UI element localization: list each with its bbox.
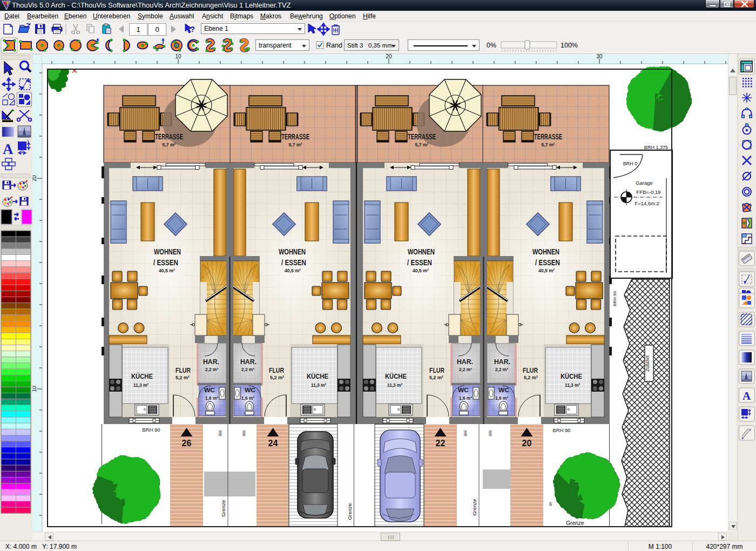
svg-text:2,2 m²: 2,2 m² [205, 367, 218, 372]
svg-text:KÜCHE: KÜCHE [307, 372, 328, 380]
svg-text:11,3 m²: 11,3 m² [387, 382, 402, 388]
svg-text:40,5 m²: 40,5 m² [159, 267, 175, 273]
svg-text:TERRASSE: TERRASSE [155, 132, 183, 141]
svg-text:WOHNEN: WOHNEN [154, 247, 181, 256]
svg-text:RR: RR [463, 431, 468, 436]
svg-text:/ ESSEN: / ESSEN [153, 258, 178, 267]
svg-text:1,6 m²: 1,6 m² [459, 395, 472, 401]
svg-text:BRH 90: BRH 90 [142, 427, 160, 433]
svg-text:FLUR: FLUR [176, 367, 191, 374]
svg-text:/ ESSEN: / ESSEN [281, 258, 306, 267]
svg-text:RR: RR [241, 431, 246, 436]
svg-text:10: 10 [32, 386, 37, 392]
svg-text:WC: WC [204, 387, 215, 393]
svg-text:WC: WC [498, 387, 509, 393]
svg-text:/ ESSEN: / ESSEN [535, 258, 560, 267]
svg-text:BRH 1,375: BRH 1,375 [644, 145, 668, 150]
svg-text:40,5 m²: 40,5 m² [538, 267, 555, 273]
svg-text:Grenze: Grenze [347, 503, 353, 520]
svg-text:5,7 m²: 5,7 m² [415, 142, 429, 147]
svg-text:5,7 m²: 5,7 m² [542, 142, 555, 147]
svg-text:100%: 100% [561, 42, 578, 49]
svg-text:Garage: Garage [636, 180, 653, 186]
svg-text:Grenze: Grenze [566, 520, 584, 526]
svg-text:22: 22 [436, 439, 446, 448]
svg-text:5,2 m²: 5,2 m² [429, 375, 443, 380]
svg-text:KÜCHE: KÜCHE [561, 372, 582, 380]
svg-text:0%: 0% [487, 42, 496, 49]
svg-text:BRH 90: BRH 90 [552, 427, 570, 433]
svg-text:RR: RR [218, 431, 222, 436]
svg-text:FLUR: FLUR [269, 367, 284, 374]
svg-text:BRH 0: BRH 0 [623, 161, 638, 166]
svg-text:A: A [742, 389, 751, 402]
svg-text:KÜCHE: KÜCHE [385, 372, 407, 380]
svg-text:5,2 m²: 5,2 m² [524, 375, 538, 380]
svg-text:FLUR: FLUR [429, 367, 444, 374]
svg-text:11,3 m²: 11,3 m² [311, 382, 326, 388]
svg-text:2,2 m²: 2,2 m² [495, 367, 508, 372]
svg-text:A: A [3, 141, 14, 157]
svg-text:Zufahrt: Zufahrt [644, 355, 650, 372]
svg-text:5,7 m²: 5,7 m² [289, 142, 302, 147]
svg-text:HAR.: HAR. [494, 358, 510, 366]
svg-text:BRH 90: BRH 90 [612, 291, 617, 306]
svg-text:KÜCHE: KÜCHE [131, 372, 153, 380]
svg-text:40,5 m²: 40,5 m² [285, 267, 301, 273]
svg-text:20: 20 [386, 54, 392, 59]
svg-text:WOHNEN: WOHNEN [279, 247, 306, 256]
svg-text:20: 20 [522, 439, 532, 448]
svg-text:WC: WC [245, 387, 255, 393]
svg-text:40,5 m²: 40,5 m² [413, 267, 429, 273]
svg-text:RR: RR [488, 431, 492, 436]
svg-text:HAR.: HAR. [203, 358, 219, 366]
svg-text:HAR.: HAR. [457, 358, 473, 366]
svg-text:Grenze: Grenze [220, 500, 226, 516]
svg-text:/ ESSEN: / ESSEN [407, 258, 432, 267]
svg-text:TERRASSE: TERRASSE [281, 132, 309, 141]
svg-text:x: x [27, 139, 29, 143]
svg-text:11,3 m²: 11,3 m² [565, 382, 580, 388]
svg-text:WOHNEN: WOHNEN [408, 247, 435, 256]
svg-text:TERRASSE: TERRASSE [534, 132, 562, 141]
svg-text:TERRASSE: TERRASSE [408, 132, 436, 141]
svg-text:2,2 m²: 2,2 m² [241, 367, 254, 372]
svg-text:24: 24 [268, 439, 278, 448]
svg-text:30: 30 [596, 54, 603, 59]
svg-text:11,3 m²: 11,3 m² [133, 382, 148, 388]
svg-text:1,6 m²: 1,6 m² [241, 395, 254, 401]
svg-text:WOHNEN: WOHNEN [532, 247, 559, 256]
svg-text:5,7 m²: 5,7 m² [163, 142, 176, 147]
svg-text:2,2 m²: 2,2 m² [459, 367, 472, 372]
svg-text:6: 6 [549, 501, 552, 507]
svg-text:WC: WC [458, 387, 469, 393]
svg-text:10: 10 [175, 54, 181, 59]
svg-text:x: x [21, 149, 23, 153]
svg-text:5,2 m²: 5,2 m² [270, 375, 284, 380]
svg-text:FFB=-0,19: FFB=-0,19 [636, 189, 660, 195]
svg-text:F=14,6m:2: F=14,6m:2 [634, 200, 659, 206]
svg-text:FLUR: FLUR [523, 367, 538, 374]
svg-text:Grenze: Grenze [471, 499, 477, 515]
svg-text:26: 26 [182, 439, 192, 448]
svg-text:HAR.: HAR. [240, 358, 256, 366]
svg-text:Rand: Rand [326, 42, 342, 49]
svg-text:1,6 m²: 1,6 m² [495, 395, 508, 401]
svg-text:1,6 m²: 1,6 m² [205, 395, 218, 401]
svg-text:5,2 m²: 5,2 m² [176, 375, 190, 380]
svg-text:20: 20 [32, 175, 37, 182]
svg-text:?: ? [190, 24, 195, 33]
